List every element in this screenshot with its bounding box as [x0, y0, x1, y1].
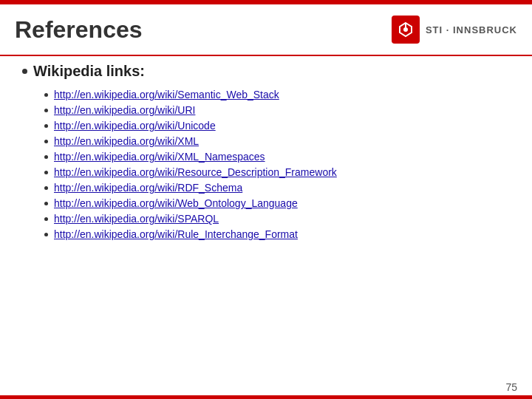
- logo-area: STI · INNSBRUCK: [392, 16, 517, 44]
- sti-logo-icon: [392, 16, 420, 44]
- logo-svg: [397, 21, 415, 38]
- svg-point-0: [403, 27, 408, 32]
- inner-bullet: [44, 124, 48, 128]
- wiki-link[interactable]: http://en.wikipedia.org/wiki/XML_Namespa…: [54, 151, 265, 163]
- inner-bullet: [44, 186, 48, 190]
- bottom-red-bar: [0, 395, 532, 399]
- list-item: http://en.wikipedia.org/wiki/XML: [44, 135, 510, 147]
- slide: References STI · INNSBRUCK Wikipedia lin…: [0, 0, 532, 399]
- list-item: http://en.wikipedia.org/wiki/Resource_De…: [44, 166, 510, 178]
- logo-text: STI · INNSBRUCK: [426, 24, 517, 35]
- section-label: Wikipedia links:: [33, 63, 145, 80]
- wiki-link[interactable]: http://en.wikipedia.org/wiki/RDF_Schema: [54, 182, 242, 194]
- list-item: http://en.wikipedia.org/wiki/Web_Ontolog…: [44, 197, 510, 209]
- slide-header: References STI · INNSBRUCK: [0, 4, 532, 56]
- wiki-link[interactable]: http://en.wikipedia.org/wiki/Web_Ontolog…: [54, 197, 298, 209]
- list-item: http://en.wikipedia.org/wiki/SPARQL: [44, 213, 510, 225]
- inner-bullet: [44, 233, 48, 236]
- inner-bullet: [44, 171, 48, 174]
- section-heading: Wikipedia links:: [22, 63, 510, 80]
- inner-bullet: [44, 217, 48, 221]
- inner-bullet: [44, 140, 48, 143]
- inner-bullet: [44, 109, 48, 112]
- wiki-link[interactable]: http://en.wikipedia.org/wiki/Unicode: [54, 120, 216, 132]
- wiki-link[interactable]: http://en.wikipedia.org/wiki/SPARQL: [54, 213, 219, 225]
- page-number: 75: [505, 381, 517, 393]
- wiki-link[interactable]: http://en.wikipedia.org/wiki/Semantic_We…: [54, 89, 279, 100]
- wiki-link[interactable]: http://en.wikipedia.org/wiki/XML: [54, 135, 199, 147]
- list-item: http://en.wikipedia.org/wiki/Rule_Interc…: [44, 228, 510, 240]
- list-item: http://en.wikipedia.org/wiki/Unicode: [44, 120, 510, 132]
- slide-title: References: [15, 16, 143, 44]
- list-item: http://en.wikipedia.org/wiki/XML_Namespa…: [44, 151, 510, 163]
- links-list: http://en.wikipedia.org/wiki/Semantic_We…: [22, 89, 510, 240]
- wiki-link[interactable]: http://en.wikipedia.org/wiki/Rule_Interc…: [54, 228, 298, 240]
- slide-content: Wikipedia links: http://en.wikipedia.org…: [22, 63, 510, 369]
- list-item: http://en.wikipedia.org/wiki/Semantic_We…: [44, 89, 510, 100]
- inner-bullet: [44, 93, 48, 97]
- list-item: http://en.wikipedia.org/wiki/RDF_Schema: [44, 182, 510, 194]
- wiki-link[interactable]: http://en.wikipedia.org/wiki/Resource_De…: [54, 166, 337, 178]
- list-item: http://en.wikipedia.org/wiki/URI: [44, 104, 510, 116]
- inner-bullet: [44, 202, 48, 205]
- outer-bullet: [22, 69, 27, 74]
- inner-bullet: [44, 155, 48, 159]
- wiki-link[interactable]: http://en.wikipedia.org/wiki/URI: [54, 104, 195, 116]
